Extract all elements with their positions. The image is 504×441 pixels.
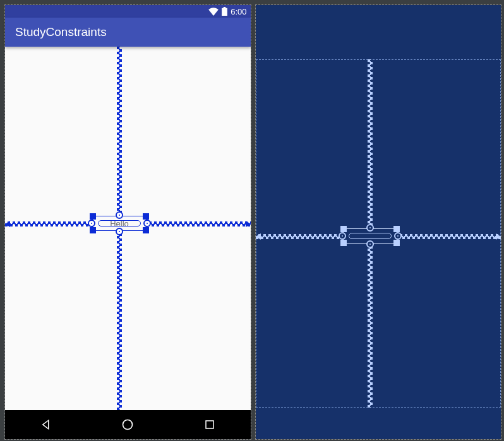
constraint-spring-left[interactable]: [5, 221, 92, 226]
nav-recents-icon[interactable]: [203, 418, 217, 432]
constraint-spring-bottom[interactable]: [368, 244, 373, 408]
svg-rect-1: [206, 421, 213, 428]
resize-handle-br[interactable]: [143, 227, 149, 233]
textview-widget[interactable]: Hello: [92, 216, 147, 231]
constraint-handle-left[interactable]: [339, 232, 346, 240]
design-preview-pane[interactable]: 6:00 StudyConstraints Hello: [5, 5, 251, 439]
constraint-layout-canvas[interactable]: Hello: [5, 47, 251, 410]
device-frame: 6:00 StudyConstraints Hello: [5, 5, 251, 439]
constraint-handle-bottom[interactable]: [116, 228, 123, 235]
resize-handle-tr[interactable]: [393, 226, 400, 232]
constraint-anchor-right-icon: [496, 233, 501, 240]
resize-handle-tr[interactable]: [143, 213, 149, 220]
svg-point-0: [123, 420, 133, 430]
constraint-spring-bottom[interactable]: [117, 231, 122, 410]
blueprint-pane[interactable]: [256, 5, 501, 439]
constraint-handle-top[interactable]: [366, 224, 374, 232]
wrap-content-indicator: [349, 233, 392, 239]
constraint-spring-left[interactable]: [256, 234, 343, 239]
constraint-anchor-left-icon: [5, 221, 10, 227]
constraint-anchor-left-icon: [256, 233, 261, 240]
constraint-spring-right[interactable]: [397, 234, 501, 239]
battery-icon: [222, 7, 227, 16]
nav-home-icon[interactable]: [121, 418, 135, 432]
constraint-spring-top[interactable]: [117, 47, 122, 216]
layout-editor[interactable]: 6:00 StudyConstraints Hello: [0, 0, 504, 441]
nav-back-icon[interactable]: [39, 418, 53, 432]
constraint-spring-top[interactable]: [368, 59, 373, 228]
constraint-handle-bottom[interactable]: [366, 240, 374, 248]
wifi-icon: [208, 8, 219, 16]
resize-handle-bl[interactable]: [90, 227, 96, 233]
resize-handle-br[interactable]: [393, 240, 400, 246]
constraint-handle-top[interactable]: [116, 211, 123, 219]
textview-widget[interactable]: [343, 228, 397, 244]
constraint-handle-right[interactable]: [394, 232, 402, 240]
app-title: StudyConstraints: [15, 25, 107, 39]
status-time: 6:00: [231, 7, 246, 16]
wrap-content-indicator: [98, 220, 141, 226]
resize-handle-tl[interactable]: [90, 213, 96, 220]
navigation-bar: [5, 410, 251, 439]
resize-handle-bl[interactable]: [340, 240, 347, 246]
status-bar: 6:00: [5, 5, 251, 18]
constraint-handle-left[interactable]: [88, 220, 95, 227]
app-bar: StudyConstraints: [5, 18, 251, 47]
constraint-spring-right[interactable]: [147, 221, 251, 226]
constraint-anchor-right-icon: [246, 221, 251, 227]
resize-handle-tl[interactable]: [340, 226, 347, 232]
constraint-handle-right[interactable]: [143, 220, 151, 227]
